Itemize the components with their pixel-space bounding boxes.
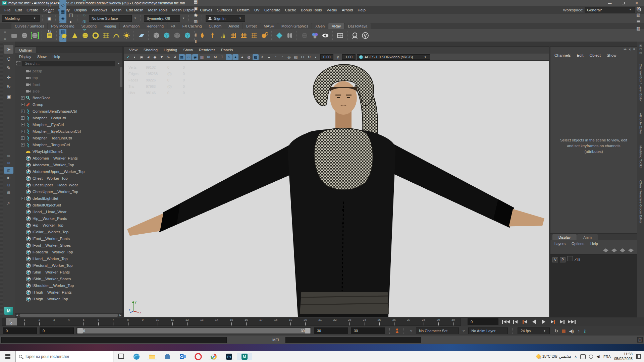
image-plane-icon[interactable] <box>137 31 146 40</box>
command-language-label[interactable]: MEL <box>272 338 280 342</box>
viewport-canvas[interactable]: Verts9910200Edges195238(0)0Faces9822600T… <box>124 61 549 317</box>
menu-help[interactable]: Help <box>355 7 368 13</box>
expand-icon[interactable]: + <box>21 123 24 126</box>
animation-end-field[interactable]: 30 <box>351 327 385 334</box>
outliner-search-input[interactable] <box>22 61 115 66</box>
sphere-brackets-icon[interactable] <box>31 31 39 40</box>
rotate-tool[interactable]: ↻ <box>4 82 13 91</box>
menu-bonus-tools[interactable]: Bonus Tools <box>299 7 324 13</box>
outliner-item-chestupper-head-wear[interactable]: ChestUpper__Head_Wear <box>15 182 122 188</box>
outliner-item-defaultlightset[interactable]: + defaultLightSet <box>15 195 122 202</box>
move-layer-up-icon[interactable]: ▲ <box>603 248 608 252</box>
shelf-tab-rendering[interactable]: Rendering <box>143 23 167 29</box>
isolate-select-icon[interactable]: ▧ <box>293 54 299 60</box>
outliner-item-lpectoral-worker-top[interactable]: lPectoral__Worker_Top <box>15 262 122 269</box>
expand-icon[interactable]: + <box>21 143 24 146</box>
lights-icon[interactable]: ☀ <box>259 54 265 60</box>
step-forward-frame-button[interactable] <box>558 318 567 325</box>
outliner-item-top[interactable]: top <box>15 74 122 81</box>
gate-mask-icon[interactable]: ▥ <box>199 54 205 60</box>
scale-tool[interactable]: ▣ <box>4 92 13 101</box>
symmetry-selector[interactable]: Symmetry: Off <box>144 15 180 22</box>
outliner-item-front[interactable]: front <box>15 81 122 88</box>
frame-tick-3[interactable]: 3 <box>47 318 61 325</box>
tray-network-icon[interactable] <box>589 355 593 359</box>
outliner-item-lthigh-worker-pants[interactable]: lThigh__Worker_Pants <box>15 289 122 296</box>
frame-ruler[interactable]: 0 01234567891011121314151617181920212223… <box>2 318 461 326</box>
vray-logo-icon[interactable] <box>361 31 370 40</box>
frame-tick-12[interactable]: 12 <box>180 318 195 325</box>
outliner-item-morpher-eyeocclusionctrl[interactable]: + Morpher__EyeOcclusionCtrl <box>15 128 122 135</box>
go-to-start-button[interactable] <box>502 318 510 325</box>
dock-icons[interactable]: ▣▢▤ <box>639 44 642 55</box>
expand-icon[interactable]: + <box>21 136 24 140</box>
outliner-item-lshin-worker-pants[interactable]: lShin__Worker_Pants <box>15 269 122 276</box>
render-settings-icon[interactable]: ◉ <box>192 12 199 18</box>
playback-speed-icon[interactable]: ◔ <box>577 328 580 334</box>
script-editor-icon[interactable]: { } <box>637 337 643 343</box>
shelf-tab-sculpting[interactable]: Sculpting <box>78 23 100 29</box>
frame-tick-25[interactable]: 25 <box>372 318 387 325</box>
command-input[interactable] <box>1 337 227 343</box>
frame-tick-11[interactable]: 11 <box>165 318 180 325</box>
menu-set-selector[interactable]: Modeling▼ <box>2 15 40 22</box>
frame-tick-22[interactable]: 22 <box>327 318 342 325</box>
outliner-item-lshoulder-worker-top[interactable]: lShoulder__Worker_Top <box>15 282 122 289</box>
step-back-frame-button[interactable] <box>511 318 520 325</box>
wireframe-icon[interactable]: ○ <box>226 54 232 60</box>
language-indicator[interactable]: FRA <box>603 355 611 359</box>
outliner-item-abdomen-worker-pants[interactable]: Abdomen__Worker_Pants <box>15 155 122 162</box>
frame-tick-30[interactable]: 30 <box>446 318 461 325</box>
poly-slab-icon[interactable] <box>183 31 192 40</box>
outliner-item-lshin-worker-shoes[interactable]: lShin__Worker_Shoes <box>15 276 122 282</box>
select-tool[interactable]: ➤ <box>4 45 13 54</box>
nurbs-blob-icon[interactable] <box>60 31 69 40</box>
tool-settings-icon[interactable]: ▧ <box>635 12 642 18</box>
expand-icon[interactable]: + <box>21 197 24 200</box>
fx-net-icon[interactable] <box>250 31 259 40</box>
menu-surfaces[interactable]: Surfaces <box>215 7 234 13</box>
frame-tick-29[interactable]: 29 <box>431 318 446 325</box>
poly-box-icon[interactable] <box>173 31 181 40</box>
deform-diamond-icon[interactable] <box>275 31 284 40</box>
shelf-popup-icon[interactable] <box>10 31 18 40</box>
outliner-item-side[interactable]: side <box>15 88 122 95</box>
textured-icon[interactable]: ◕ <box>239 54 245 60</box>
frame-tick-24[interactable]: 24 <box>357 318 372 325</box>
outliner-item-chest-worker-top[interactable]: Chest__Worker_Top <box>15 175 122 182</box>
outlook-icon[interactable] <box>175 353 191 360</box>
nurbs-net-icon[interactable] <box>102 31 110 40</box>
exposure-icon[interactable]: ◐ <box>313 54 319 60</box>
frame-tick-10[interactable]: 10 <box>150 318 165 325</box>
shelf-tab-curves-surfaces[interactable]: Curves / Surfaces <box>11 23 47 29</box>
outliner-menu-display[interactable]: Display <box>16 54 34 59</box>
layer-menu-layers[interactable]: Layers <box>552 241 568 246</box>
frame-tick-26[interactable]: 26 <box>387 318 401 325</box>
light-sun-icon[interactable] <box>122 31 131 40</box>
shelf-tab-mash[interactable]: MASH <box>260 23 278 29</box>
move-tool[interactable]: ✛ <box>4 73 13 82</box>
outliner-item-lfoot-worker-pants[interactable]: lFoot__Worker_Pants <box>15 235 122 242</box>
outliner-item-persp[interactable]: persp <box>15 68 122 74</box>
tray-tablet-icon[interactable] <box>580 354 586 359</box>
layout-hypershade[interactable]: ▤ <box>4 189 13 196</box>
frame-tick-20[interactable]: 20 <box>298 318 313 325</box>
go-to-end-button[interactable] <box>568 318 576 325</box>
workspace-selector[interactable]: General*▼ <box>585 7 635 13</box>
photoshop-icon[interactable]: Ps <box>221 353 237 360</box>
channel-menu-channels[interactable]: Channels <box>552 52 574 58</box>
outliner-item-lthigh-worker-top[interactable]: lThigh__Worker_Top <box>15 296 122 302</box>
bookmark-icon[interactable]: ▼ <box>159 54 165 60</box>
menu-edit-mesh[interactable]: Edit Mesh <box>124 7 146 13</box>
playback-start-field[interactable]: 0 <box>40 327 74 334</box>
minimize-button[interactable]: — <box>603 0 616 6</box>
expand-icon[interactable]: + <box>21 110 24 113</box>
loop-icon[interactable]: ↻ <box>554 328 558 334</box>
shelf-tab-rigging[interactable]: Rigging <box>100 23 119 29</box>
maya-icon[interactable]: M <box>237 353 252 360</box>
current-time-field[interactable]: 0 <box>468 318 498 325</box>
viewport-menu-lighting[interactable]: Lighting <box>161 47 180 53</box>
expand-icon[interactable]: + <box>21 130 24 133</box>
camera-lock-icon[interactable]: ◐ <box>132 54 138 60</box>
frame-tick-0[interactable]: 0 <box>2 318 17 325</box>
